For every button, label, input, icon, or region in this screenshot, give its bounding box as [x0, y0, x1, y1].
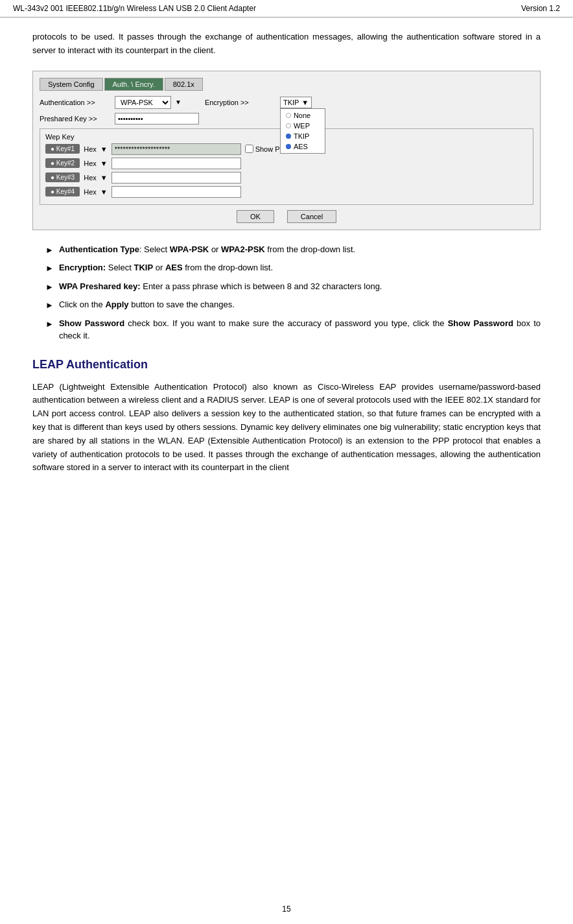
wep-dot	[286, 123, 291, 128]
key4-button[interactable]: ● Key#4	[45, 187, 80, 196]
preshared-key-input[interactable]	[115, 113, 199, 124]
enc-option-aes-label: AES	[294, 143, 308, 150]
auth-row: Authentication >> WPA-PSK WPA2-PSK ▼ Enc…	[40, 96, 533, 109]
ui-screenshot: System Config Auth. \ Encry. 802.1x Auth…	[32, 71, 541, 230]
enc-option-tkip[interactable]: TKIP	[281, 131, 325, 141]
enc-option-wep-label: WEP	[294, 122, 310, 130]
enc-dropdown: TKIP ▼ None WEP TKIP	[280, 97, 312, 108]
key4-type: Hex	[84, 188, 97, 196]
leap-body-paragraph: LEAP (Lightweight Extensible Authenticat…	[32, 381, 541, 475]
show-password-checkbox[interactable]	[245, 145, 253, 153]
key2-button[interactable]: ● Key#2	[45, 158, 80, 168]
aes-dot	[286, 144, 291, 149]
bullet-item-2: ► Encryption: Select TKIP or AES from th…	[45, 261, 541, 275]
key1-input[interactable]	[111, 143, 241, 155]
document-title: WL-343v2 001 IEEE802.11b/g/n Wireless LA…	[13, 4, 256, 13]
bullet-text-4: Click on the Apply button to save the ch…	[59, 298, 235, 312]
tab-system-config[interactable]: System Config	[40, 78, 103, 91]
enc-option-wep[interactable]: WEP	[281, 121, 325, 131]
buttons-row: OK Cancel	[40, 210, 533, 223]
enc-value-box[interactable]: TKIP ▼	[280, 97, 312, 108]
enc-dropdown-arrow: ▼	[301, 99, 309, 106]
bullet-arrow-2: ►	[45, 262, 54, 275]
bullet-item-1: ► Authentication Type: Select WPA-PSK or…	[45, 243, 541, 257]
bullet-item-5: ► Show Password check box. If you want t…	[45, 317, 541, 342]
leap-section-heading: LEAP Authentication	[32, 358, 541, 372]
enc-option-tkip-label: TKIP	[294, 132, 309, 140]
page-content: protocols to be used. It passes through …	[0, 18, 573, 508]
key2-input[interactable]	[111, 158, 241, 169]
key3-arrow: ▼	[100, 174, 108, 182]
enc-option-aes[interactable]: AES	[281, 141, 325, 152]
cancel-button[interactable]: Cancel	[287, 210, 336, 223]
bullet-arrow-4: ►	[45, 299, 54, 312]
bullet-list: ► Authentication Type: Select WPA-PSK or…	[45, 243, 541, 342]
auth-label: Authentication >>	[40, 99, 111, 106]
bullet-text-5: Show Password check box. If you want to …	[59, 317, 541, 342]
tab-802-1x[interactable]: 802.1x	[165, 78, 203, 91]
enc-option-none-label: None	[294, 112, 310, 119]
none-dot	[286, 113, 291, 118]
tab-auth-encry[interactable]: Auth. \ Encry.	[104, 78, 163, 91]
bullet-arrow-1: ►	[45, 244, 54, 257]
key4-row: ● Key#4 Hex ▼	[45, 186, 528, 198]
bullet-item-3: ► WPA Preshared key: Enter a pass phrase…	[45, 280, 541, 294]
key1-arrow: ▼	[100, 145, 108, 153]
page-footer: 15	[0, 905, 573, 914]
ui-tabs: System Config Auth. \ Encry. 802.1x	[40, 78, 533, 91]
key3-button[interactable]: ● Key#3	[45, 172, 80, 182]
intro-paragraph: protocols to be used. It passes through …	[32, 30, 541, 58]
preshared-label: Preshared Key >>	[40, 115, 111, 123]
page-header: WL-343v2 001 IEEE802.11b/g/n Wireless LA…	[0, 0, 573, 18]
key4-arrow: ▼	[100, 188, 108, 196]
key1-type: Hex	[84, 145, 97, 153]
enc-option-none[interactable]: None	[281, 110, 325, 121]
key3-type: Hex	[84, 174, 97, 182]
key2-arrow: ▼	[100, 160, 108, 167]
key2-row: ● Key#2 Hex ▼	[45, 158, 528, 169]
key1-button[interactable]: ● Key#1	[45, 144, 80, 154]
key2-type: Hex	[84, 160, 97, 167]
key3-row: ● Key#3 Hex ▼	[45, 172, 528, 184]
bullet-text-3: WPA Preshared key: Enter a pass phrase w…	[59, 280, 382, 294]
bullet-item-4: ► Click on the Apply button to save the …	[45, 298, 541, 312]
enc-dropdown-panel: None WEP TKIP AES	[280, 108, 325, 154]
page-number: 15	[282, 905, 290, 914]
enc-current-value: TKIP	[283, 99, 299, 106]
tkip-dot	[286, 134, 291, 139]
bullet-text-2: Encryption: Select TKIP or AES from the …	[59, 261, 273, 275]
ok-button[interactable]: OK	[237, 210, 274, 223]
bullet-arrow-3: ►	[45, 281, 54, 294]
bullet-arrow-5: ►	[45, 318, 54, 342]
key3-input[interactable]	[111, 172, 241, 184]
enc-label: Encryption >>	[205, 99, 276, 106]
auth-select[interactable]: WPA-PSK WPA2-PSK	[115, 96, 171, 109]
version-label: Version 1.2	[521, 4, 560, 13]
key4-input[interactable]	[111, 186, 241, 198]
bullet-text-1: Authentication Type: Select WPA-PSK or W…	[59, 243, 355, 257]
auth-arrow: ▼	[175, 99, 181, 106]
